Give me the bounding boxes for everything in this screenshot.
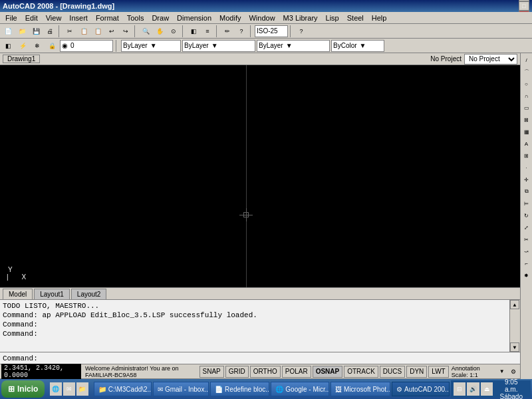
tb-match[interactable]: ✏	[221, 25, 234, 38]
ortho-button[interactable]: ORTHO	[250, 366, 281, 378]
tb-help[interactable]: ?	[295, 25, 308, 38]
menu-m3library[interactable]: M3 Library	[279, 13, 322, 23]
dimstyle-dropdown[interactable]: ISO-25	[255, 25, 288, 37]
menu-lisp[interactable]: Lisp	[322, 13, 343, 23]
taskbar-item-redefine[interactable]: 📄 Redefine bloc...	[210, 382, 269, 396]
quick-launch-email[interactable]: ✉	[63, 382, 75, 396]
otrack-button[interactable]: OTRACK	[344, 366, 378, 378]
tool-explode[interactable]: ✸	[521, 270, 532, 281]
tb-redo[interactable]: ↪	[119, 25, 132, 38]
osnap-button[interactable]: OSNAP	[313, 366, 343, 378]
menu-modify[interactable]: Modify	[215, 13, 245, 23]
tb-layer[interactable]: ◧	[187, 25, 200, 38]
sep5	[250, 25, 253, 37]
menu-window[interactable]: Window	[245, 13, 279, 23]
tool-multiline-text[interactable]: A	[521, 138, 532, 149]
menu-steel[interactable]: Steel	[343, 13, 368, 23]
quick-launch-folder[interactable]: 📁	[76, 382, 88, 396]
tb-zoom[interactable]: 🔍	[139, 25, 152, 38]
sep2	[134, 25, 137, 37]
command-prompt-label: Command:	[3, 354, 38, 362]
tb-3dorbit[interactable]: ⊙	[167, 25, 180, 38]
tb-properties[interactable]: ≡	[201, 25, 214, 38]
scale-dropdown-btn[interactable]: ▼	[497, 365, 507, 378]
tool-arc[interactable]: ∩	[521, 90, 532, 101]
command-input[interactable]	[41, 354, 517, 362]
taskbar-item-m3cadd[interactable]: 📁 C:\M3Cadd\2...	[94, 382, 152, 396]
linetype-dropdown[interactable]: ByLayer ▼	[182, 40, 255, 52]
start-button[interactable]: ⊞ Inicio	[1, 380, 45, 398]
tool-move[interactable]: ✛	[521, 174, 532, 185]
taskbar-item-photo[interactable]: 🖼 Microsoft Phot...	[331, 382, 390, 396]
menu-view[interactable]: View	[42, 13, 66, 23]
layer-manager-btn[interactable]: ◧	[1, 39, 15, 53]
color-dropdown[interactable]: ByLayer ▼	[121, 40, 181, 52]
tb-save[interactable]: 💾	[29, 25, 43, 38]
tool-trim[interactable]: ✂	[521, 234, 532, 245]
taskbar-item-autocad[interactable]: ⚙ AutoCAD 200...	[392, 382, 450, 396]
grid-button[interactable]: GRID	[225, 366, 249, 378]
layer-props-btn[interactable]: ⚡	[16, 39, 29, 53]
menu-edit[interactable]: Edit	[21, 13, 42, 23]
tb-print[interactable]: 🖨	[43, 25, 57, 38]
snap-button[interactable]: SNAP	[200, 366, 224, 378]
tab-layout1[interactable]: Layout1	[34, 289, 70, 299]
lwt-button[interactable]: LWT	[428, 366, 448, 378]
tb-inquiry[interactable]: ?	[235, 25, 248, 38]
menu-insert[interactable]: Insert	[65, 13, 92, 23]
tool-rotate[interactable]: ↻	[521, 210, 532, 221]
menu-help[interactable]: Help	[368, 13, 391, 23]
tool-line[interactable]: /	[521, 55, 532, 65]
project-dropdown[interactable]: No Project	[464, 54, 517, 65]
tool-insert-block[interactable]: ⊞	[521, 150, 532, 161]
tool-mirror[interactable]: ⊨	[521, 198, 532, 209]
quick-launch-ie[interactable]: 🌐	[50, 382, 62, 396]
tool-circle[interactable]: ○	[521, 78, 532, 89]
ducs-button[interactable]: DUCS	[380, 366, 405, 378]
tb-open[interactable]: 📁	[15, 25, 29, 38]
tool-gradient[interactable]: ▦	[521, 126, 532, 137]
layer-freeze-btn[interactable]: ❄	[31, 39, 44, 53]
tb-paste[interactable]: 📋	[91, 25, 104, 38]
dyn-button[interactable]: DYN	[406, 366, 427, 378]
restore-button[interactable]: □	[519, 1, 529, 11]
tool-extend[interactable]: ⤻	[521, 246, 532, 257]
scroll-up-btn[interactable]: ▲	[510, 300, 519, 309]
menu-dimension[interactable]: Dimension	[173, 13, 215, 23]
polar-button[interactable]: POLAR	[282, 366, 311, 378]
tb-pan[interactable]: ✋	[153, 25, 166, 38]
layer-name-dropdown[interactable]: ◉ 0	[60, 40, 113, 52]
menu-format[interactable]: Format	[92, 13, 123, 23]
menu-draw[interactable]: Draw	[148, 13, 173, 23]
axes-indicator: Y | X	[7, 266, 26, 281]
tool-hatch[interactable]: ⊠	[521, 114, 532, 125]
canvas-area[interactable]: Y | X	[0, 65, 520, 287]
plot-style-dropdown[interactable]: ByColor ▼	[331, 40, 384, 52]
lineweight-dropdown[interactable]: ByLayer ▼	[257, 40, 330, 52]
sep6	[290, 25, 293, 37]
tb-copy[interactable]: 📋	[77, 25, 90, 38]
menu-tools[interactable]: Tools	[123, 13, 148, 23]
layer-lock-btn[interactable]: 🔒	[45, 39, 59, 53]
scroll-down-btn[interactable]: ▼	[510, 342, 519, 352]
tool-point[interactable]: ·	[521, 162, 532, 173]
tool-copy[interactable]: ⧉	[521, 186, 532, 197]
command-input-bar: Command:	[0, 352, 520, 364]
tab-model[interactable]: Model	[3, 289, 33, 299]
tb-cut[interactable]: ✂	[63, 25, 76, 38]
taskbar-item-gmail[interactable]: ✉ Gmail - Inbox...	[153, 382, 209, 396]
taskbar-item-google[interactable]: 🌐 Google - Micr...	[271, 382, 329, 396]
tool-polyline[interactable]: ⌒	[521, 66, 532, 77]
tray-volume-icon[interactable]: 🔊	[467, 382, 479, 396]
tab-layout2[interactable]: Layout2	[71, 289, 107, 299]
tool-scale[interactable]: ⤢	[521, 222, 532, 233]
drawing-name-label: Drawing1	[3, 55, 40, 63]
tool-fillet[interactable]: ⌐	[521, 258, 532, 269]
tray-network-icon[interactable]: ⊟	[454, 382, 466, 396]
tb-new[interactable]: 📄	[1, 25, 15, 38]
tool-rectangle[interactable]: ▭	[521, 102, 532, 113]
menu-file[interactable]: File	[1, 13, 21, 23]
status-settings-btn[interactable]: ⚙	[508, 365, 519, 378]
tb-undo[interactable]: ↩	[105, 25, 118, 38]
tray-safety-remove-icon[interactable]: ⏏	[481, 382, 493, 396]
